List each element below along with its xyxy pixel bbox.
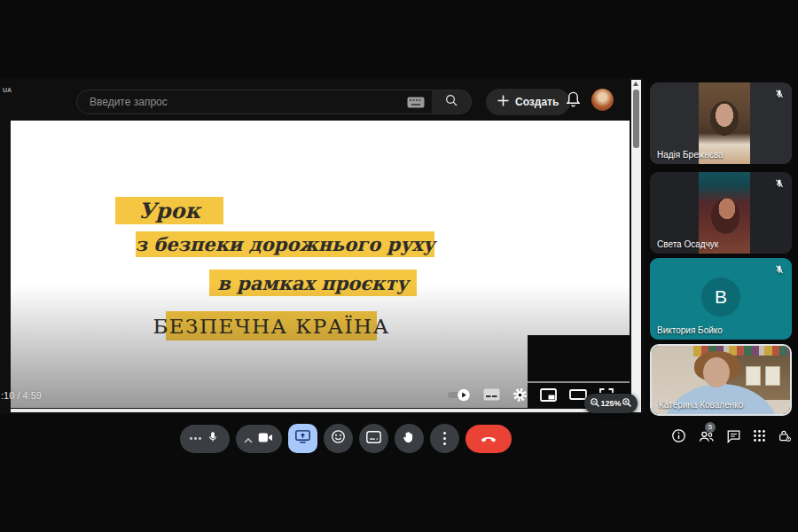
captions-icon xyxy=(366,431,381,447)
participant-tile[interactable]: Надія Брежнєва xyxy=(650,82,792,164)
more-options-button[interactable] xyxy=(430,424,459,453)
mic-muted-icon xyxy=(774,89,785,99)
keyboard-icon[interactable] xyxy=(407,97,425,108)
present-screen-icon xyxy=(295,430,310,447)
youtube-region-label: UA xyxy=(3,87,12,93)
create-button[interactable]: Создать xyxy=(486,89,570,115)
participant-count-badge: 5 xyxy=(705,422,716,433)
search-input[interactable]: Введите запрос xyxy=(76,90,433,114)
notifications-bell-icon[interactable] xyxy=(565,90,582,108)
participant-tile[interactable]: Света Осадчук xyxy=(650,172,792,254)
mic-icon xyxy=(207,430,219,447)
subtitles-icon[interactable] xyxy=(483,388,500,401)
camera-icon xyxy=(258,431,273,447)
search-button[interactable] xyxy=(432,90,472,114)
plus-icon xyxy=(497,95,509,109)
host-controls-lock-icon[interactable] xyxy=(778,429,792,443)
participant-tile-active-speaker[interactable]: Катерина Коваленко xyxy=(650,344,792,416)
camera-button[interactable] xyxy=(236,425,282,453)
autoplay-toggle[interactable] xyxy=(447,388,471,402)
leave-call-button[interactable] xyxy=(466,425,512,453)
player-time: :10 / 4:59 xyxy=(1,390,42,401)
scrollbar[interactable] xyxy=(631,80,641,410)
reactions-button[interactable] xyxy=(324,424,353,453)
raise-hand-button[interactable] xyxy=(395,424,424,453)
vertical-dots-icon xyxy=(443,432,446,445)
presentation-zoom-control[interactable]: 125% xyxy=(584,394,638,413)
mic-muted-icon xyxy=(774,178,785,189)
progress-bar[interactable] xyxy=(528,381,630,383)
participant-video xyxy=(746,366,761,386)
hangup-phone-icon xyxy=(481,431,497,447)
miniplayer-icon[interactable] xyxy=(540,388,557,402)
shared-screen: UA Введите запрос Создать Урок з безпеки xyxy=(0,78,645,414)
zoom-out-icon[interactable] xyxy=(590,397,600,410)
search-icon xyxy=(444,93,458,111)
microphone-button[interactable] xyxy=(180,425,230,453)
meeting-details-button[interactable] xyxy=(671,428,686,443)
participant-initial-avatar: В xyxy=(701,278,740,317)
settings-gear-icon[interactable] xyxy=(512,387,528,403)
scroll-up-arrow[interactable] xyxy=(633,82,638,86)
chat-button[interactable] xyxy=(726,429,741,443)
meet-window: UA Введите запрос Создать Урок з безпеки xyxy=(0,0,798,532)
participant-name: Виктория Бойко xyxy=(657,325,723,335)
audio-options-dots-icon[interactable] xyxy=(190,437,201,440)
scrollbar-thumb[interactable] xyxy=(633,90,639,148)
window-bottom-edge xyxy=(11,409,641,412)
participant-video xyxy=(703,357,730,387)
create-button-label: Создать xyxy=(515,96,559,108)
zoom-in-icon[interactable] xyxy=(622,397,632,410)
people-button[interactable]: 5 xyxy=(698,429,715,443)
participant-video xyxy=(765,366,780,386)
participant-name: Надія Брежнєва xyxy=(657,150,724,160)
meet-info-bar: 5 xyxy=(671,428,792,443)
video-player[interactable]: Урок з безпеки дорожнього руху в рамках … xyxy=(11,121,630,408)
activities-grid-icon[interactable] xyxy=(753,429,766,442)
smiley-icon xyxy=(331,429,346,448)
captions-button[interactable] xyxy=(359,424,388,453)
mic-muted-icon xyxy=(774,264,785,275)
participant-tile[interactable]: В Виктория Бойко xyxy=(650,258,792,340)
search-placeholder: Введите запрос xyxy=(90,96,407,108)
chevron-up-icon[interactable] xyxy=(244,431,253,447)
present-screen-button-active[interactable] xyxy=(288,424,317,453)
profile-avatar[interactable] xyxy=(591,89,614,111)
participant-name: Катерина Коваленко xyxy=(659,400,743,410)
participant-name: Света Осадчук xyxy=(657,239,718,249)
zoom-level: 125% xyxy=(600,399,621,408)
raised-hand-icon xyxy=(403,430,415,448)
meet-control-bar xyxy=(23,424,668,453)
